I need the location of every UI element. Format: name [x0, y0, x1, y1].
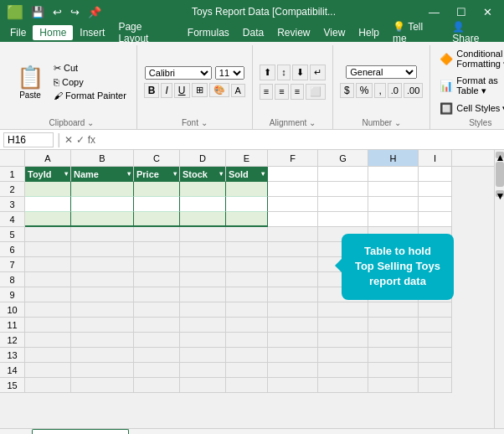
add-sheet-button[interactable]: +	[129, 431, 152, 434]
paste-button[interactable]: 📋 Paste	[13, 63, 47, 101]
menu-data[interactable]: Data	[236, 25, 270, 40]
minimize-button[interactable]: —	[424, 4, 445, 20]
cell-i4[interactable]	[419, 212, 452, 227]
cell-h3[interactable]	[368, 197, 419, 212]
undo-icon[interactable]: ↩	[50, 5, 64, 19]
vertical-scrollbar[interactable]: ▲ ▼	[494, 150, 504, 428]
cell-i13[interactable]	[419, 348, 452, 363]
cell-h13[interactable]	[368, 348, 419, 363]
cell-e7[interactable]	[226, 257, 268, 272]
fx-icon[interactable]: fx	[88, 134, 95, 146]
cell-d9[interactable]	[180, 287, 226, 302]
cell-a9[interactable]	[25, 287, 71, 302]
cell-h12[interactable]	[368, 333, 419, 348]
border-button[interactable]: ⊞	[192, 83, 208, 97]
cell-b2[interactable]	[71, 182, 134, 197]
cell-e9[interactable]	[226, 287, 268, 302]
cell-i14[interactable]	[419, 363, 452, 378]
cell-f3[interactable]	[268, 197, 318, 212]
currency-button[interactable]: $	[340, 83, 354, 98]
dropdown-b1[interactable]: ▾	[127, 170, 131, 178]
cell-i1[interactable]	[419, 167, 452, 182]
cell-d12[interactable]	[180, 333, 226, 348]
cell-d2[interactable]	[180, 182, 226, 197]
cell-i3[interactable]	[419, 197, 452, 212]
row-header-5[interactable]: 5	[0, 227, 25, 242]
underline-button[interactable]: U	[174, 83, 190, 98]
col-header-i[interactable]: I	[419, 150, 452, 166]
row-header-15[interactable]: 15	[0, 378, 25, 393]
cell-h4[interactable]	[368, 212, 419, 227]
cell-d14[interactable]	[180, 363, 226, 378]
cell-e11[interactable]	[226, 318, 268, 333]
cell-g14[interactable]	[318, 363, 368, 378]
cell-e12[interactable]	[226, 333, 268, 348]
cell-e13[interactable]	[226, 348, 268, 363]
cell-b6[interactable]	[71, 242, 134, 257]
align-top-button[interactable]: ⬆	[260, 65, 275, 80]
cell-a5[interactable]	[25, 227, 71, 242]
align-left-button[interactable]: ≡	[260, 84, 273, 100]
increase-decimal-button[interactable]: .00	[404, 83, 423, 98]
number-format-select[interactable]: General	[346, 65, 417, 79]
format-painter-button[interactable]: 🖌 Format Painter	[50, 90, 130, 101]
cell-g4[interactable]	[318, 212, 368, 227]
cell-c13[interactable]	[134, 348, 180, 363]
name-box[interactable]	[3, 132, 54, 147]
menu-home[interactable]: Home	[33, 25, 73, 40]
decrease-decimal-button[interactable]: .0	[388, 83, 402, 98]
row-header-4[interactable]: 4	[0, 212, 25, 227]
cell-a1[interactable]: ToyId ▾	[25, 167, 71, 182]
close-button[interactable]: ✕	[478, 4, 497, 20]
menu-insert[interactable]: Insert	[73, 25, 111, 40]
dropdown-c1[interactable]: ▾	[173, 170, 177, 178]
cell-d8[interactable]	[180, 272, 226, 287]
cell-g10[interactable]	[318, 302, 368, 318]
comma-button[interactable]: ,	[374, 83, 385, 98]
cell-d10[interactable]	[180, 302, 226, 318]
cell-b3[interactable]	[71, 197, 134, 212]
font-size-select[interactable]: 11	[215, 66, 244, 80]
cell-a7[interactable]	[25, 257, 71, 272]
row-header-10[interactable]: 10	[0, 302, 25, 318]
cell-e2[interactable]	[226, 182, 268, 197]
italic-button[interactable]: I	[161, 83, 172, 98]
cell-a3[interactable]	[25, 197, 71, 212]
font-color-button[interactable]: A	[231, 84, 245, 97]
cell-d3[interactable]	[180, 197, 226, 212]
cell-i15[interactable]	[419, 378, 452, 393]
col-header-d[interactable]: D	[180, 150, 226, 166]
cell-b1[interactable]: Name ▾	[71, 167, 134, 182]
row-header-8[interactable]: 8	[0, 272, 25, 287]
scroll-down-arrow[interactable]: ▼	[496, 190, 504, 197]
cell-f5[interactable]	[268, 227, 318, 242]
cell-h1[interactable]	[368, 167, 419, 182]
cell-b11[interactable]	[71, 318, 134, 333]
formula-input[interactable]	[99, 134, 501, 146]
cell-d11[interactable]	[180, 318, 226, 333]
percent-button[interactable]: %	[356, 83, 373, 98]
row-header-2[interactable]: 2	[0, 182, 25, 197]
cell-b14[interactable]	[71, 363, 134, 378]
cell-c8[interactable]	[134, 272, 180, 287]
col-header-a[interactable]: A	[25, 150, 71, 166]
cell-f7[interactable]	[268, 257, 318, 272]
cell-i12[interactable]	[419, 333, 452, 348]
row-header-12[interactable]: 12	[0, 333, 25, 348]
cell-f6[interactable]	[268, 242, 318, 257]
cell-a11[interactable]	[25, 318, 71, 333]
row-header-6[interactable]: 6	[0, 242, 25, 257]
col-header-b[interactable]: B	[71, 150, 134, 166]
row-header-13[interactable]: 13	[0, 348, 25, 363]
cell-g11[interactable]	[318, 318, 368, 333]
row-header-9[interactable]: 9	[0, 287, 25, 302]
cell-f15[interactable]	[268, 378, 318, 393]
cell-a2[interactable]	[25, 182, 71, 197]
cell-h2[interactable]	[368, 182, 419, 197]
cancel-formula-icon[interactable]: ✕	[64, 134, 73, 146]
sheet-tab-top-selling-toys[interactable]: Top Selling Toys	[32, 429, 129, 434]
cell-c3[interactable]	[134, 197, 180, 212]
menu-review[interactable]: Review	[270, 25, 316, 40]
cell-g12[interactable]	[318, 333, 368, 348]
bold-button[interactable]: B	[144, 83, 160, 98]
